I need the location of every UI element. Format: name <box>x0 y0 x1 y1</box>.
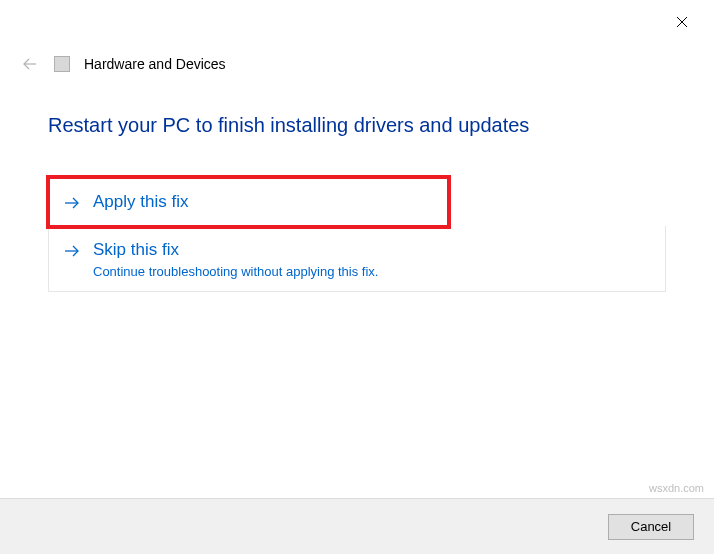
watermark: wsxdn.com <box>649 482 704 494</box>
back-arrow-icon <box>22 56 38 72</box>
close-button[interactable] <box>668 8 696 36</box>
back-button[interactable] <box>20 54 40 74</box>
close-icon <box>676 16 688 28</box>
arrow-right-icon <box>63 194 81 212</box>
option-text: Apply this fix <box>93 190 188 214</box>
window-title: Hardware and Devices <box>84 56 226 72</box>
apply-fix-title: Apply this fix <box>93 190 188 214</box>
skip-fix-option[interactable]: Skip this fix Continue troubleshooting w… <box>48 226 666 292</box>
skip-fix-title: Skip this fix <box>93 238 378 262</box>
content-area: Restart your PC to finish installing dri… <box>0 84 714 291</box>
apply-fix-option[interactable]: Apply this fix <box>48 177 449 227</box>
arrow-right-icon <box>63 242 81 260</box>
option-text: Skip this fix Continue troubleshooting w… <box>93 238 378 279</box>
options-list: Apply this fix Skip this fix Continue tr… <box>48 177 666 291</box>
troubleshooter-icon <box>54 56 70 72</box>
page-heading: Restart your PC to finish installing dri… <box>48 114 666 137</box>
titlebar <box>0 0 714 40</box>
header: Hardware and Devices <box>0 40 714 84</box>
cancel-button[interactable]: Cancel <box>608 514 694 540</box>
skip-fix-description: Continue troubleshooting without applyin… <box>93 264 378 279</box>
footer: Cancel <box>0 498 714 554</box>
